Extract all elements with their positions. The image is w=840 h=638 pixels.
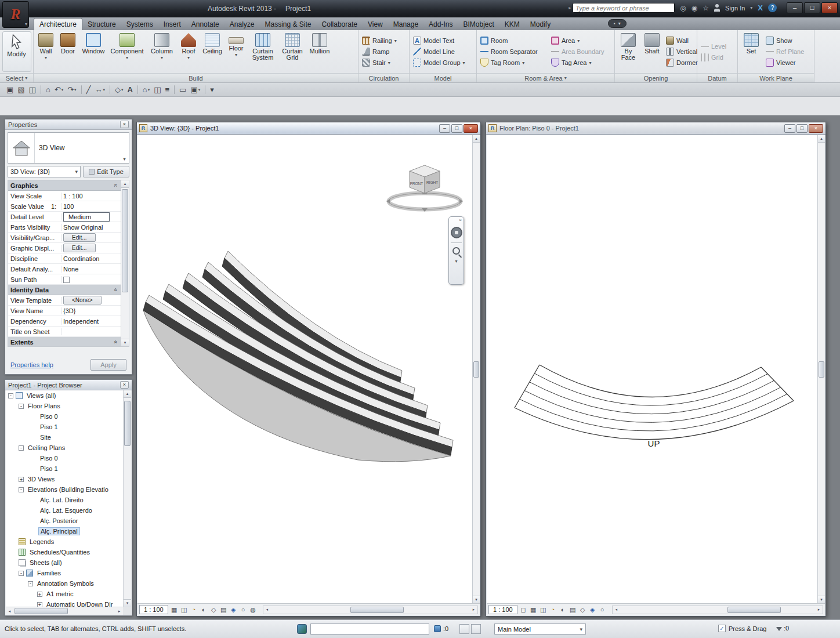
subscription-icon[interactable]: ◉ bbox=[691, 3, 697, 13]
tree-item-label[interactable]: Piso 1 bbox=[38, 423, 60, 431]
stair-button[interactable]: Stair ▾ bbox=[360, 57, 399, 68]
favorites-star-icon[interactable]: ☆ bbox=[703, 3, 709, 13]
property-row[interactable]: View Scale 1 : 100 « bbox=[8, 191, 121, 201]
tree-item-label[interactable]: Site bbox=[38, 433, 53, 441]
tree-item-label[interactable]: Piso 0 bbox=[38, 454, 60, 462]
wall-opening-button[interactable]: Wall bbox=[664, 35, 700, 46]
curtain-system-button[interactable]: Curtain System ▾ bbox=[248, 31, 278, 72]
view-hscrollbar[interactable]: ◂ ▸ bbox=[612, 606, 823, 614]
ribbon-tab[interactable]: Modify bbox=[525, 18, 556, 30]
scroll-left-icon[interactable]: ◂ bbox=[613, 607, 620, 612]
tree-item[interactable]: + A1 metric bbox=[6, 589, 123, 599]
viewer-button[interactable]: Viewer bbox=[764, 57, 806, 68]
crop-view-icon[interactable]: ▤ bbox=[219, 605, 229, 615]
scroll-left-icon[interactable]: ◂ bbox=[263, 607, 271, 612]
dormer-button[interactable]: Dormer bbox=[664, 57, 700, 68]
detail-level-icon[interactable]: ▦ bbox=[169, 605, 179, 615]
model-group-button[interactable]: Model Group ▾ bbox=[411, 57, 467, 68]
ribbon-tab[interactable]: Manage bbox=[388, 18, 423, 30]
viewcube-right-label[interactable]: RIGHT bbox=[426, 180, 438, 184]
property-row[interactable]: Parts Visibility Show Original « bbox=[8, 222, 121, 233]
tree-item[interactable]: Piso 1 bbox=[6, 463, 123, 474]
floor-plan-canvas[interactable]: UP bbox=[487, 135, 817, 603]
analysis-display-icon[interactable]: ○ bbox=[598, 605, 607, 615]
minimize-button[interactable]: – bbox=[787, 2, 803, 13]
tree-item-label[interactable]: Schedules/Quantities bbox=[28, 548, 92, 556]
crop-view-icon[interactable]: ◐ bbox=[558, 605, 568, 615]
tree-item[interactable]: Piso 1 bbox=[6, 422, 123, 432]
close-icon[interactable]: × bbox=[120, 381, 129, 389]
ramp-button[interactable]: Ramp ▾ bbox=[360, 46, 399, 57]
shadows-icon[interactable]: ◐ bbox=[199, 605, 209, 615]
close-button[interactable]: × bbox=[809, 124, 823, 133]
scrollbar-thumb[interactable] bbox=[124, 401, 131, 446]
scrollbar-thumb[interactable] bbox=[15, 608, 68, 614]
properties-help-link[interactable]: Properties help bbox=[10, 361, 53, 368]
tree-item[interactable]: - Ceiling Plans bbox=[6, 443, 123, 453]
temporary-hide-isolate-icon[interactable]: ○ bbox=[238, 605, 248, 615]
open-icon[interactable]: ▧ ▾ bbox=[16, 84, 26, 96]
tree-item-label[interactable]: Alç. Principal bbox=[38, 527, 80, 535]
scroll-up-icon[interactable]: ▴ bbox=[818, 135, 825, 143]
reveal-hidden-elements-icon[interactable]: ◍ bbox=[248, 605, 258, 615]
tree-item[interactable]: Alç. Lat. Esquerdo bbox=[6, 505, 123, 516]
press-drag-control[interactable]: ✓ Press & Drag bbox=[718, 625, 766, 632]
collapse-section-icon[interactable]: « bbox=[113, 340, 120, 344]
tree-item-label[interactable]: Families bbox=[35, 569, 63, 577]
property-row[interactable]: Detail Level Medium « bbox=[8, 212, 121, 222]
area-boundary-button[interactable]: Area Boundary ▾ bbox=[549, 46, 612, 57]
rendering-dialog-icon[interactable]: ◇ bbox=[209, 605, 219, 615]
scroll-right-icon[interactable]: ▸ bbox=[470, 607, 477, 612]
customize-qat-icon[interactable]: ▾ ▾ bbox=[208, 84, 216, 96]
tree-expand-toggle[interactable]: - bbox=[19, 487, 24, 492]
edit-type-button[interactable]: Edit Type bbox=[83, 166, 129, 177]
tree-item-label[interactable]: Views (all) bbox=[25, 392, 58, 400]
tree-expand-toggle[interactable]: + bbox=[37, 602, 42, 607]
ribbon-tab[interactable]: Structure bbox=[82, 18, 121, 30]
close-icon[interactable]: × bbox=[120, 121, 129, 128]
reveal-hidden-elements-icon[interactable]: ◈ bbox=[588, 605, 598, 615]
undo-icon[interactable]: ↶ ▾ bbox=[53, 84, 65, 96]
property-row[interactable]: Title on Sheet « bbox=[8, 327, 121, 337]
scroll-down-icon[interactable]: ▾ bbox=[124, 599, 131, 607]
apply-button[interactable]: Apply bbox=[90, 359, 126, 371]
collapse-section-icon[interactable]: « bbox=[113, 184, 120, 187]
sign-in-button[interactable]: Sign In bbox=[725, 5, 745, 12]
level-button[interactable]: Level bbox=[699, 41, 728, 52]
section-icon[interactable]: ◫ ▾ bbox=[152, 84, 162, 96]
scale-control[interactable]: 1 : 100 bbox=[139, 605, 168, 614]
tree-item[interactable]: - Views (all) bbox=[6, 390, 123, 401]
tree-item[interactable]: Legends bbox=[6, 536, 123, 547]
sun-path-icon[interactable]: ◫ bbox=[538, 605, 548, 615]
tree-item-label[interactable]: Automatic Up/Down Dir bbox=[45, 600, 114, 607]
tree-expand-toggle[interactable]: + bbox=[37, 592, 42, 597]
minimize-button[interactable]: – bbox=[784, 124, 795, 133]
tree-item-label[interactable]: Ceiling Plans bbox=[26, 444, 67, 452]
property-row[interactable]: Dependency Independent « bbox=[8, 316, 121, 327]
temporary-hide-isolate-icon[interactable]: ◇ bbox=[578, 605, 588, 615]
ribbon-tab[interactable]: Insert bbox=[158, 18, 186, 30]
tree-item-label[interactable]: Alç. Posterior bbox=[38, 517, 79, 525]
window-title-bar[interactable]: R Floor Plan: Piso 0 - Project1 – □ × bbox=[486, 122, 825, 135]
set-work-plane-button[interactable]: Set bbox=[740, 31, 763, 72]
scrollbar-thumb[interactable] bbox=[350, 607, 404, 613]
sun-path-checkbox[interactable] bbox=[63, 277, 70, 283]
shaft-button[interactable]: Shaft bbox=[641, 31, 663, 72]
opening-by-face-button[interactable]: By Face bbox=[617, 31, 640, 72]
ribbon-tab[interactable]: KKM bbox=[499, 18, 525, 30]
tree-item-label[interactable]: Annotation Symbols bbox=[35, 579, 96, 588]
qat-separator[interactable]: ▾ bbox=[205, 85, 205, 94]
property-row[interactable]: Sun Path « bbox=[8, 274, 121, 285]
tree-expand-toggle[interactable]: + bbox=[19, 477, 24, 482]
tree-expand-toggle[interactable]: - bbox=[8, 393, 13, 398]
property-row[interactable]: Scale Value 1: 100 « bbox=[8, 201, 121, 212]
tree-item-label[interactable]: Legends bbox=[28, 538, 56, 546]
press-drag-checkbox[interactable]: ✓ bbox=[718, 625, 726, 632]
tree-item-label[interactable]: Elevations (Building Elevatio bbox=[26, 485, 110, 494]
column-button[interactable]: Column ▾ bbox=[147, 31, 177, 72]
worksharing-icon[interactable] bbox=[297, 624, 307, 634]
ref-plane-button[interactable]: Ref Plane bbox=[764, 46, 806, 57]
scale-control[interactable]: 1 : 100 bbox=[488, 605, 517, 614]
exchange-apps-icon[interactable]: X bbox=[758, 3, 763, 12]
tree-item[interactable]: Alç. Posterior bbox=[6, 516, 123, 526]
